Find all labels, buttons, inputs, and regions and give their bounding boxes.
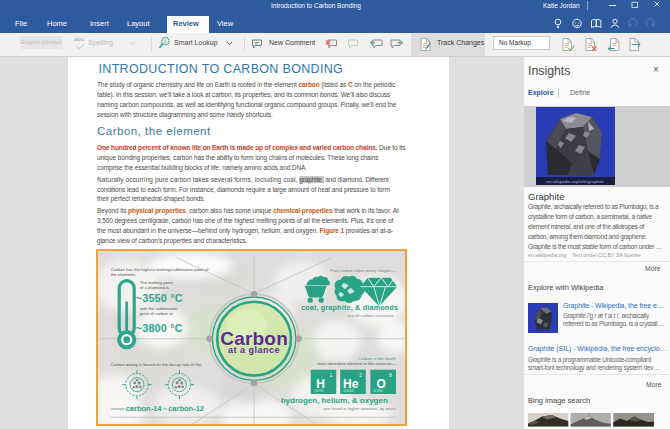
- svg-text:~3550 °C: ~3550 °C: [136, 292, 183, 304]
- svg-text:O: O: [377, 377, 386, 391]
- svg-text:en.wikipedia.org/wiki/graphite: en.wikipedia.org/wiki/graphite: [546, 179, 604, 184]
- svg-text:Carbon dating is based on the: Carbon dating is based on the decay rate…: [111, 362, 202, 367]
- svg-text:isotope: isotope: [111, 406, 125, 411]
- svg-text:H: H: [316, 377, 325, 391]
- svg-text:are all carbon structures: are all carbon structures: [348, 313, 394, 318]
- svg-text:carbon-12: carbon-12: [168, 404, 204, 413]
- svg-text:of a diamond is: of a diamond is: [140, 286, 169, 291]
- svg-text:1.00794: 1.00794: [314, 389, 324, 393]
- svg-text:most abundant element in the u: most abundant element in the universe—: [317, 362, 396, 367]
- svg-text:~3800 °C: ~3800 °C: [136, 322, 183, 334]
- svg-text:15.9994: 15.9994: [373, 389, 383, 393]
- svg-text:Pure carbon takes many shapes—: Pure carbon takes many shapes—: [330, 268, 397, 273]
- svg-text:point of carbon at: point of carbon at: [140, 312, 174, 317]
- svg-text:He: He: [343, 377, 359, 391]
- svg-text:are found in higher amounts, b: are found in higher amounts, by mass: [324, 406, 396, 411]
- svg-text:coal, graphite, & diamonds: coal, graphite, & diamonds: [301, 303, 398, 312]
- svg-text:4.002602: 4.002602: [343, 389, 354, 393]
- svg-text:Carbon is the fourth: Carbon is the fourth: [358, 356, 396, 361]
- svg-text:with the sublimation: with the sublimation: [140, 306, 178, 311]
- svg-text:The melting point: The melting point: [140, 280, 174, 285]
- svg-text:hydrogen, helium, & oxygen: hydrogen, helium, & oxygen: [281, 396, 388, 405]
- svg-text:to: to: [163, 406, 167, 411]
- svg-text:i: i: [165, 38, 167, 44]
- svg-text:the elements.: the elements.: [111, 273, 137, 278]
- svg-text:at a glance: at a glance: [228, 345, 280, 355]
- svg-text:Carbon has the highest melting: Carbon has the highest melting/sublimati…: [111, 267, 209, 272]
- svg-text:carbon-14: carbon-14: [126, 404, 163, 413]
